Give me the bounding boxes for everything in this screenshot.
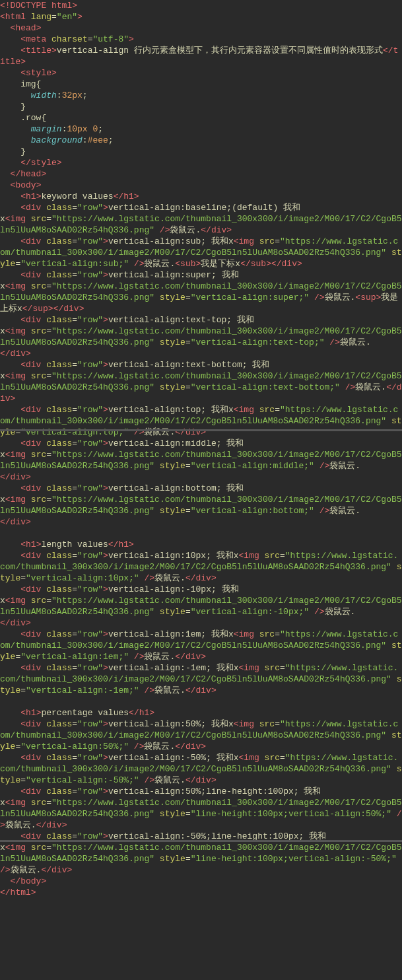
divider-2 [0, 840, 402, 842]
code-block: <!DOCTYPE html> <html lang="en"> <head> … [0, 0, 402, 898]
divider-1 [0, 429, 402, 431]
